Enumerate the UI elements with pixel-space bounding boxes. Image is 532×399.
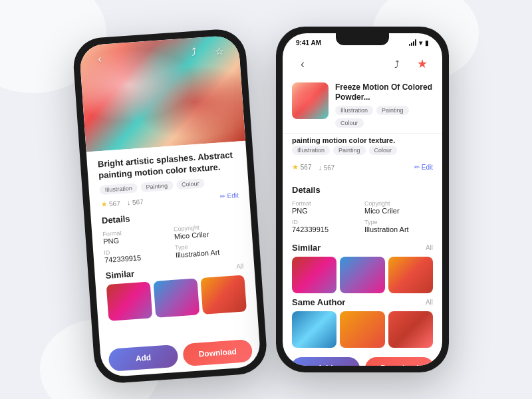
favorite-button-right[interactable]: ★	[413, 55, 432, 73]
compact-title-right: Freeze Motion Of Colored Powder...	[335, 82, 433, 102]
phone-left: ‹ ⤴ ☆ Bright artistic splashes. Abstract…	[72, 28, 269, 385]
download-button-right[interactable]: Download	[365, 357, 434, 366]
download-count-left: ↓ 567	[126, 198, 144, 207]
share-button-left[interactable]: ⤴	[184, 43, 204, 63]
download-count-right: ↓ 567	[318, 164, 334, 172]
back-icon-right: ‹	[301, 57, 305, 71]
same-author-images-right	[292, 311, 433, 348]
details-grid-left: Format PNG Copyright Mico Criler ID 7423…	[102, 221, 243, 263]
hero-image-left: ‹ ⤴ ☆	[79, 35, 246, 152]
add-button-left[interactable]: Add	[108, 344, 178, 372]
rating-count-left: 567	[109, 200, 120, 207]
all-link-right[interactable]: All	[426, 244, 433, 251]
add-button-right[interactable]: Add	[291, 357, 360, 366]
tags-compact-right: Illustration Painting Colour	[335, 106, 433, 128]
download-button-left[interactable]: Download	[182, 339, 253, 366]
details-section-right: Details Format PNG Copyright Mico Criler…	[283, 181, 442, 243]
header-right: ‹ ⤴ ★	[283, 52, 442, 78]
id-value-right: 742339915	[292, 225, 360, 233]
copyright-label-right: Copyright	[364, 200, 433, 207]
format-item-right: Format PNG	[292, 200, 360, 215]
star-rating-left: ★ 567	[100, 199, 120, 209]
edit-button-right[interactable]: ✏ Edit	[414, 164, 433, 171]
format-value-right: PNG	[292, 207, 360, 215]
tag2-painting[interactable]: Painting	[333, 146, 366, 155]
rating-left-side: ★ 567 ↓ 567	[100, 198, 144, 209]
same-author-header-right: Same Author All	[292, 297, 433, 307]
back-icon: ‹	[98, 53, 102, 65]
downloads-right: 567	[324, 164, 335, 172]
tag-colour-left[interactable]: Colour	[176, 178, 205, 190]
id-item-right: ID 742339915	[292, 219, 360, 233]
similar-images-right	[292, 257, 433, 293]
similar-img-3-left[interactable]	[200, 275, 247, 314]
tag-painting-compact[interactable]: Painting	[376, 106, 409, 115]
header-icons-right: ⤴ ★	[388, 55, 432, 73]
tag2-illustration[interactable]: Illustration	[292, 146, 330, 155]
id-label-right: ID	[292, 219, 360, 225]
similar-img-2-right[interactable]	[340, 257, 384, 293]
phone-left-screen: ‹ ⤴ ☆ Bright artistic splashes. Abstract…	[79, 35, 261, 378]
download-icon-right: ↓	[318, 164, 322, 172]
similar-img-1-left[interactable]	[106, 281, 153, 321]
share-icon-right: ⤴	[394, 59, 400, 70]
all-author-link[interactable]: All	[426, 299, 433, 306]
details-title-right: Details	[292, 185, 433, 195]
author-img-2[interactable]	[340, 311, 384, 348]
tag-painting-left[interactable]: Painting	[140, 180, 173, 192]
copyright-item-left: Copyright Mico Criler	[174, 221, 241, 240]
status-icons: ▾ ▮	[409, 39, 429, 47]
type-item-left: Type Illustration Art	[175, 239, 243, 259]
signal-icon	[409, 39, 416, 46]
author-img-1[interactable]	[292, 311, 336, 348]
thumbnail-right	[292, 82, 329, 119]
type-value-right: Illustration Art	[364, 225, 433, 233]
similar-title-right: Similar	[292, 243, 321, 253]
format-label-right: Format	[292, 200, 360, 207]
id-item-left: ID 742339915	[104, 245, 172, 264]
same-author-title-right: Same Author	[292, 297, 345, 307]
similar-section-right: Similar All	[283, 243, 442, 297]
phone-right-screen: 9:41 AM ▾ ▮ ‹ ⤴	[283, 33, 442, 366]
tag-illustration-compact[interactable]: Illustration	[335, 106, 373, 115]
share-icon: ⤴	[191, 47, 197, 59]
tag-colour-compact[interactable]: Colour	[335, 118, 364, 128]
tags2-right: Illustration Painting Colour	[292, 146, 433, 155]
rating-count-right: 567	[301, 164, 312, 171]
all-link-left[interactable]: All	[236, 262, 244, 270]
phones-container: ‹ ⤴ ☆ Bright artistic splashes. Abstract…	[83, 27, 449, 372]
star-rating-right: ★ 567	[292, 163, 311, 172]
back-button-left[interactable]: ‹	[90, 49, 110, 69]
author-img-3[interactable]	[388, 311, 433, 348]
back-button-right[interactable]: ‹	[293, 55, 312, 73]
wifi-icon: ▾	[419, 39, 422, 47]
copyright-item-right: Copyright Mico Criler	[364, 200, 433, 215]
similar-header-right: Similar All	[292, 243, 433, 253]
star-icon-left: ☆	[214, 44, 224, 57]
format-item-left: Format PNG	[102, 226, 170, 245]
copyright-value-right: Mico Criler	[364, 207, 433, 215]
similar-img-2-left[interactable]	[154, 278, 200, 317]
share-button-right[interactable]: ⤴	[388, 55, 406, 73]
tags2-container: Illustration Painting Colour	[283, 144, 442, 163]
type-label-right: Type	[364, 219, 433, 225]
similar-img-1-right[interactable]	[292, 257, 336, 293]
similar-img-3-right[interactable]	[388, 257, 433, 293]
rating-row-right: ★ 567 ↓ 567 ✏ Edit	[283, 163, 442, 172]
downloads-left: 567	[132, 198, 144, 206]
star-icon-rating: ★	[100, 200, 108, 208]
download-icon-left: ↓	[126, 198, 130, 206]
tag-illustration-left[interactable]: Illustration	[99, 183, 138, 195]
bottom-buttons-right: Add Download	[283, 352, 442, 366]
similar-title-left: Similar	[105, 269, 134, 281]
details-grid-right: Format PNG Copyright Mico Criler ID 7423…	[292, 200, 433, 233]
content-left: Bright artistic splashes. Abstract paint…	[86, 141, 259, 344]
notch-right	[336, 33, 389, 45]
compact-header-right: Freeze Motion Of Colored Powder... Illus…	[283, 78, 442, 133]
favorite-button-left[interactable]: ☆	[209, 41, 229, 61]
truncated-text-right: painting motion color texture.	[283, 133, 442, 144]
tag2-colour[interactable]: Colour	[369, 146, 398, 155]
status-time: 9:41 AM	[296, 39, 321, 47]
edit-button-left[interactable]: ✏ Edit	[219, 192, 239, 200]
star-icon-rating-right: ★	[292, 163, 299, 171]
